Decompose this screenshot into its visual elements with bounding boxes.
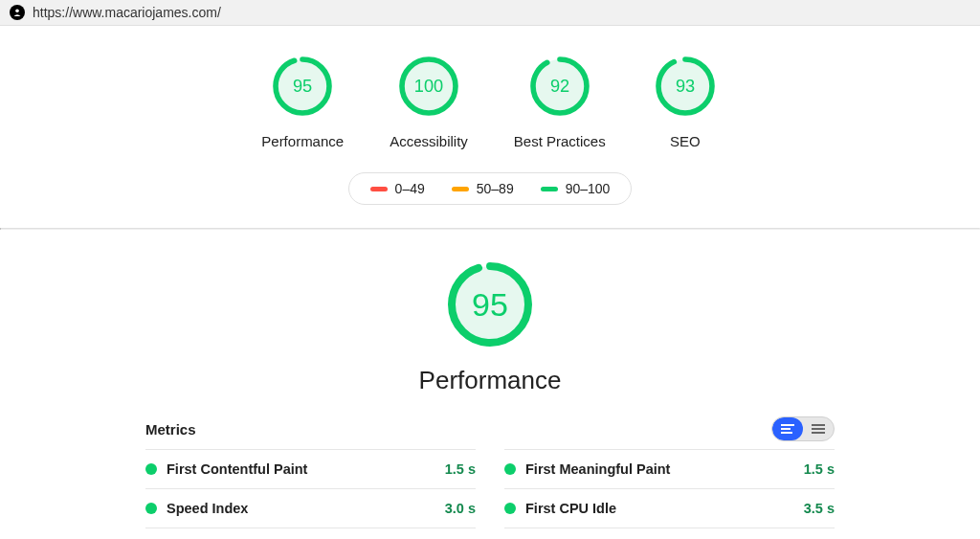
url-text: https://www.macariojames.com/ (33, 5, 221, 20)
gauge-seo[interactable]: 93 SEO (652, 53, 719, 149)
metrics-grid: First Contentful Paint 1.5 s Speed Index… (145, 449, 835, 539)
gauge-label: Performance (261, 133, 344, 149)
align-justify-icon (812, 422, 825, 436)
gauge-best-practices[interactable]: 92 Best Practices (514, 53, 606, 149)
swatch-green-icon (541, 187, 558, 191)
metric-row: First Meaningful Paint 1.5 s (504, 449, 835, 488)
gauge-performance[interactable]: 95 Performance (261, 53, 344, 149)
legend: 0–49 50–89 90–100 (0, 172, 980, 205)
metric-value: 3.5 s (804, 501, 835, 516)
legend-orange: 50–89 (452, 181, 514, 196)
metrics-section: Metrics First Contentful Paint 1.5 s Spe… (145, 405, 835, 539)
metric-row: Speed Index 3.0 s (145, 488, 476, 528)
svg-text:100: 100 (414, 77, 443, 96)
metric-name: Speed Index (167, 501, 248, 516)
metric-name: First Meaningful Paint (525, 461, 670, 477)
main-gauge-title: Performance (419, 366, 562, 395)
metric-row: Time to Interactive 3.3 s (145, 528, 476, 539)
gauge-label: Accessibility (390, 133, 468, 149)
favicon-icon (10, 5, 25, 20)
gauge-label: SEO (652, 133, 719, 149)
metrics-title: Metrics (145, 421, 196, 438)
toggle-expanded-button[interactable] (772, 417, 803, 440)
url-bar: https://www.macariojames.com/ (0, 0, 980, 26)
align-left-icon (781, 422, 794, 436)
metric-row: Max Potential First Input Delay 90 ms (504, 528, 835, 539)
legend-green-label: 90–100 (566, 181, 611, 196)
metric-row: First CPU Idle 3.5 s (504, 488, 835, 528)
svg-text:95: 95 (293, 77, 312, 96)
metrics-view-toggle[interactable] (771, 416, 835, 441)
gauges-row: 95 Performance 100 Accessibility 92 Best… (0, 26, 980, 159)
svg-text:95: 95 (472, 286, 508, 323)
swatch-red-icon (370, 187, 388, 191)
status-dot-icon (504, 463, 516, 475)
metric-name: First CPU Idle (525, 501, 616, 516)
legend-red: 0–49 (370, 181, 425, 196)
svg-point-0 (15, 9, 19, 12)
svg-text:92: 92 (550, 77, 569, 96)
metric-name: First Contentful Paint (167, 461, 307, 477)
legend-green: 90–100 (541, 181, 611, 196)
status-dot-icon (504, 503, 516, 514)
metrics-header: Metrics (145, 413, 835, 449)
status-dot-icon (145, 463, 157, 475)
legend-orange-label: 50–89 (477, 181, 514, 196)
gauge-label: Best Practices (514, 133, 606, 149)
metric-value: 3.0 s (445, 501, 476, 516)
metric-value: 1.5 s (804, 461, 835, 477)
toggle-compact-button[interactable] (803, 417, 834, 440)
metric-row: First Contentful Paint 1.5 s (145, 449, 476, 488)
swatch-orange-icon (452, 187, 469, 191)
legend-red-label: 0–49 (395, 181, 425, 196)
metric-value: 1.5 s (445, 461, 476, 477)
svg-text:93: 93 (676, 77, 695, 96)
main-gauge: 95 (442, 257, 538, 356)
gauge-accessibility[interactable]: 100 Accessibility (390, 53, 468, 149)
main-gauge-section: 95 Performance (0, 230, 980, 405)
status-dot-icon (145, 503, 157, 514)
